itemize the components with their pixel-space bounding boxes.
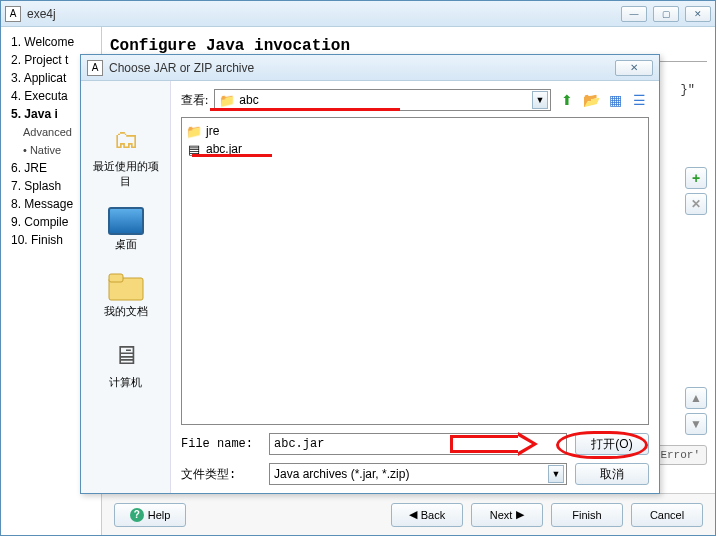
dialog-cancel-button[interactable]: 取消	[575, 463, 649, 485]
maximize-button[interactable]: ▢	[653, 6, 679, 22]
annotation-underline-files	[192, 154, 272, 157]
dialog-close-button[interactable]: ✕	[615, 60, 653, 76]
dialog-title: Choose JAR or ZIP archive	[109, 61, 615, 75]
desktop-icon	[108, 207, 144, 235]
wizard-footer: ?Help ◀ Back Next ▶ Finish Cancel	[102, 493, 715, 535]
place-desktop-label: 桌面	[91, 237, 161, 252]
remove-button[interactable]: ✕	[685, 193, 707, 215]
back-button[interactable]: ◀ Back	[391, 503, 463, 527]
lookin-label: 查看:	[181, 92, 208, 109]
move-down-button[interactable]: ▼	[685, 413, 707, 435]
help-icon: ?	[130, 508, 144, 522]
annotation-circle-open	[556, 431, 648, 459]
finish-button[interactable]: Finish	[551, 503, 623, 527]
window-title: exe4j	[27, 7, 621, 21]
arrow-up-icon: ▲	[690, 391, 702, 405]
file-name: jre	[206, 124, 219, 138]
step-welcome[interactable]: 1. Welcome	[11, 33, 101, 51]
details-view-button[interactable]: ☰	[629, 90, 649, 110]
minimize-button[interactable]: —	[621, 6, 647, 22]
help-button[interactable]: ?Help	[114, 503, 186, 527]
cancel-button[interactable]: Cancel	[631, 503, 703, 527]
place-recent-label: 最近使用的项目	[91, 159, 161, 189]
file-list[interactable]: 📁 jre ▤ abc.jar	[181, 117, 649, 425]
file-chooser-dialog: A Choose JAR or ZIP archive ✕ 🗂 最近使用的项目 …	[80, 54, 660, 494]
documents-icon	[107, 270, 145, 302]
folder-icon: 📁	[186, 124, 202, 139]
dialog-icon: A	[87, 60, 103, 76]
list-view-button[interactable]: ▦	[605, 90, 625, 110]
chevron-down-icon[interactable]: ▼	[548, 465, 564, 483]
place-recent[interactable]: 🗂 最近使用的项目	[91, 121, 161, 189]
plus-icon: +	[692, 170, 700, 186]
place-desktop[interactable]: 桌面	[91, 207, 161, 252]
filetype-value: Java archives (*.jar, *.zip)	[274, 467, 409, 481]
code-fragment: }"	[681, 83, 695, 97]
arrow-down-icon: ▼	[690, 417, 702, 431]
place-documents-label: 我的文档	[91, 304, 161, 319]
places-bar: 🗂 最近使用的项目 桌面 我的文档 🖥 计算机	[81, 81, 171, 493]
filename-label: File name:	[181, 437, 261, 451]
filetype-select[interactable]: Java archives (*.jar, *.zip) ▼	[269, 463, 567, 485]
lookin-value: abc	[239, 93, 258, 107]
chevron-down-icon[interactable]: ▼	[532, 91, 548, 109]
remove-icon: ✕	[691, 197, 701, 211]
app-icon: A	[5, 6, 21, 22]
recent-icon: 🗂	[106, 121, 146, 157]
next-button[interactable]: Next ▶	[471, 503, 543, 527]
svg-rect-1	[109, 274, 123, 282]
file-item-folder[interactable]: 📁 jre	[186, 122, 644, 140]
move-up-button[interactable]: ▲	[685, 387, 707, 409]
filetype-label: 文件类型:	[181, 466, 261, 483]
annotation-arrow	[450, 432, 560, 456]
new-folder-button[interactable]: 📂	[581, 90, 601, 110]
folder-icon: 📁	[219, 93, 235, 108]
place-documents[interactable]: 我的文档	[91, 270, 161, 319]
computer-icon: 🖥	[106, 337, 146, 373]
place-computer-label: 计算机	[91, 375, 161, 390]
add-button[interactable]: +	[685, 167, 707, 189]
up-folder-button[interactable]: ⬆	[557, 90, 577, 110]
main-titlebar: A exe4j — ▢ ✕	[1, 1, 715, 27]
place-computer[interactable]: 🖥 计算机	[91, 337, 161, 390]
annotation-underline-lookin	[210, 108, 400, 111]
dialog-titlebar: A Choose JAR or ZIP archive ✕	[81, 55, 659, 81]
classpath-buttons: + ✕	[685, 167, 707, 215]
close-button[interactable]: ✕	[685, 6, 711, 22]
